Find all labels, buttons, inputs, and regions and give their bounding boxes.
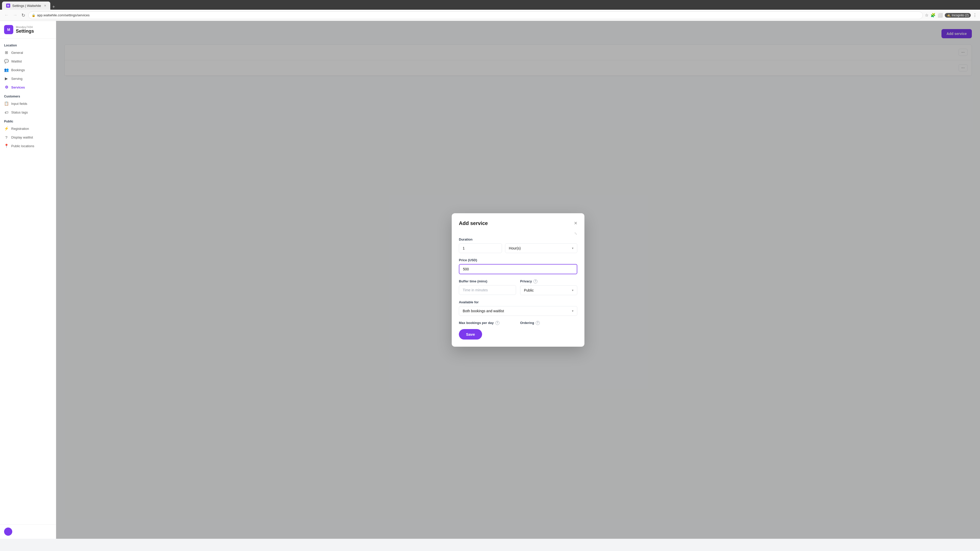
chevron-down-icon: ▾ <box>572 289 573 292</box>
incognito-label: Incognito (2) <box>952 14 969 17</box>
duration-unit-value: Hour(s) <box>509 246 521 250</box>
sidebar-item-bookings[interactable]: 👥 Bookings <box>0 65 56 74</box>
extensions-icon[interactable]: 🧩 <box>931 13 935 17</box>
modal-header: Add service × <box>459 221 577 226</box>
sidebar-item-label: Public locations <box>11 144 34 148</box>
price-input[interactable] <box>459 264 577 274</box>
main-content: Add service ··· ··· Add service × ⤡ <box>56 21 980 539</box>
resize-handle[interactable]: ⤡ <box>459 231 577 235</box>
tab-favicon: M <box>6 3 10 8</box>
privacy-value: Public <box>524 288 534 292</box>
privacy-help-icon[interactable]: ? <box>533 279 538 283</box>
max-bookings-help-icon[interactable]: ? <box>495 321 500 325</box>
sidebar-item-registration[interactable]: ⚡ Registration <box>0 124 56 133</box>
sidebar-item-display-waitlist[interactable]: ? Display waitlist <box>0 133 56 141</box>
incognito-badge[interactable]: 🕵 Incognito (2) <box>945 13 971 17</box>
incognito-icon: 🕵 <box>947 14 951 17</box>
status-tags-icon: 🏷 <box>4 110 9 114</box>
address-bar[interactable]: 🔒 app.waitwhile.com/settings/services <box>28 11 923 19</box>
duration-number-wrapper <box>459 243 502 253</box>
sidebar-item-label: Input fields <box>11 102 27 106</box>
browser-tab[interactable]: M Settings | Waitwhile × <box>2 2 50 10</box>
duration-label: Duration <box>459 238 577 241</box>
back-btn[interactable]: ← <box>3 11 10 19</box>
ordering-col: Ordering ? <box>520 321 577 327</box>
sidebar-item-serving[interactable]: ▶ Serving <box>0 74 56 83</box>
sidebar-item-label: Bookings <box>11 68 25 72</box>
services-icon: ⚙ <box>4 85 9 89</box>
sidebar-item-input-fields[interactable]: 📋 Input fields <box>0 99 56 108</box>
sidebar-item-waitlist[interactable]: 💬 Waitlist <box>0 57 56 65</box>
section-label-location: Location <box>4 44 52 47</box>
split-view-icon[interactable]: ⬜ <box>938 13 943 17</box>
price-row: Price (USD) <box>459 258 577 274</box>
nav-section-customers: Customers <box>0 92 56 99</box>
general-icon: ⊞ <box>4 50 9 55</box>
sidebar-item-services[interactable]: ⚙ Services <box>0 83 56 92</box>
duration-row: Duration Hour(s) ▾ <box>459 238 577 253</box>
available-for-label: Available for <box>459 300 577 304</box>
sidebar-item-label: Waitlist <box>11 59 22 63</box>
display-waitlist-icon: ? <box>4 135 9 140</box>
bookings-icon: 👥 <box>4 68 9 72</box>
privacy-select[interactable]: Public ▾ <box>520 286 577 295</box>
save-button[interactable]: Save <box>459 329 482 340</box>
sidebar-page-title: Settings <box>16 29 34 34</box>
duration-number-input[interactable] <box>459 243 502 253</box>
sidebar-username: Moodjoy7434 <box>16 25 34 29</box>
sidebar-item-label: Services <box>11 86 25 89</box>
tab-close-btn[interactable]: × <box>44 3 46 8</box>
sidebar-item-label: Serving <box>11 77 22 81</box>
public-locations-icon: 📍 <box>4 144 9 148</box>
buffer-privacy-row: Buffer time (mins) Privacy ? Public ▾ <box>459 279 577 300</box>
chevron-down-icon: ▾ <box>572 309 573 313</box>
buffer-time-label: Buffer time (mins) <box>459 279 516 283</box>
buffer-time-col: Buffer time (mins) <box>459 279 516 295</box>
duration-fields: Hour(s) ▾ <box>459 243 577 253</box>
max-ordering-row: Max bookings per day ? Ordering ? <box>459 321 577 327</box>
privacy-label: Privacy ? <box>520 279 577 283</box>
sidebar-nav: Location ⊞ General 💬 Waitlist 👥 Bookings… <box>0 38 56 524</box>
add-service-modal: Add service × ⤡ Duration Hour(s) <box>452 213 584 347</box>
ordering-label: Ordering ? <box>520 321 577 325</box>
max-bookings-label: Max bookings per day ? <box>459 321 516 325</box>
tab-bar: M Settings | Waitwhile × + <box>0 0 980 10</box>
nav-section-location: Location <box>0 41 56 48</box>
privacy-col: Privacy ? Public ▾ <box>520 279 577 295</box>
registration-icon: ⚡ <box>4 126 9 131</box>
max-bookings-col: Max bookings per day ? <box>459 321 516 327</box>
available-for-row: Available for Both bookings and waitlist… <box>459 300 577 316</box>
price-label: Price (USD) <box>459 258 577 262</box>
sidebar-footer <box>0 524 56 539</box>
chevron-down-icon: ▾ <box>572 246 573 250</box>
new-tab-btn[interactable]: + <box>52 4 55 10</box>
user-avatar[interactable] <box>4 527 12 536</box>
tab-title: Settings | Waitwhile <box>12 4 41 8</box>
app-container: M Moodjoy7434 Settings Location ⊞ Genera… <box>0 21 980 539</box>
ordering-help-icon[interactable]: ? <box>536 321 540 325</box>
forward-btn[interactable]: → <box>12 11 18 19</box>
available-for-value: Both bookings and waitlist <box>463 309 504 313</box>
duration-unit-select[interactable]: Hour(s) ▾ <box>505 243 577 253</box>
sidebar-item-status-tags[interactable]: 🏷 Status tags <box>0 108 56 117</box>
nav-actions: ☆ 🧩 ⬜ 🕵 Incognito (2) ⋮ <box>925 13 977 17</box>
modal-overlay[interactable]: Add service × ⤡ Duration Hour(s) <box>56 21 980 539</box>
avatar: M <box>4 25 13 34</box>
modal-title: Add service <box>459 221 488 226</box>
refresh-btn[interactable]: ↻ <box>21 11 26 19</box>
lock-icon: 🔒 <box>32 14 35 17</box>
nav-bar: ← → ↻ 🔒 app.waitwhile.com/settings/servi… <box>0 10 980 21</box>
section-label-customers: Customers <box>4 95 52 98</box>
serving-icon: ▶ <box>4 76 9 81</box>
sidebar-identity: Moodjoy7434 Settings <box>16 25 34 34</box>
sidebar-item-label: Display waitlist <box>11 135 33 139</box>
input-fields-icon: 📋 <box>4 101 9 106</box>
bookmark-icon[interactable]: ☆ <box>925 13 928 17</box>
buffer-time-input[interactable] <box>459 285 516 295</box>
sidebar-item-public-locations[interactable]: 📍 Public locations <box>0 141 56 150</box>
sidebar-item-general[interactable]: ⊞ General <box>0 48 56 57</box>
menu-icon[interactable]: ⋮ <box>973 13 977 17</box>
modal-close-button[interactable]: × <box>574 221 577 226</box>
nav-section-public: Public <box>0 117 56 124</box>
available-for-select[interactable]: Both bookings and waitlist ▾ <box>459 306 577 316</box>
